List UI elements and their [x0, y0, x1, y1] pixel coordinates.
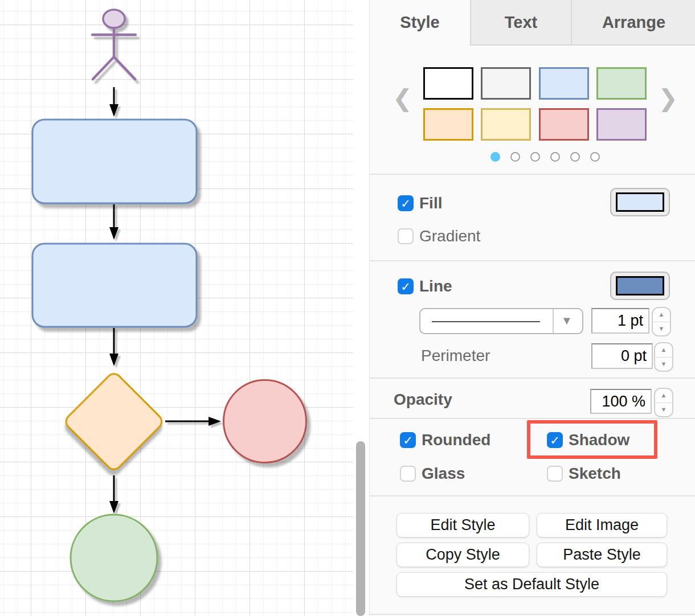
- line-color-button[interactable]: [610, 272, 670, 300]
- line-color-preview: [616, 276, 664, 295]
- sketch-checkbox[interactable]: ✓: [547, 466, 563, 482]
- opacity-input[interactable]: [590, 389, 652, 414]
- vertical-scrollbar[interactable]: [356, 441, 365, 616]
- tab-text[interactable]: Text: [470, 0, 571, 46]
- rounded-checkbox[interactable]: ✓: [400, 432, 416, 448]
- glass-label: Glass: [422, 465, 465, 483]
- line-width-input[interactable]: [591, 308, 649, 334]
- carousel-pager: [490, 152, 600, 162]
- tab-style[interactable]: Style: [370, 0, 470, 46]
- style-swatch-orange[interactable]: [423, 108, 473, 141]
- divider: [370, 418, 695, 419]
- perimeter-stepper: ▲ ▼: [654, 342, 673, 372]
- perimeter-input[interactable]: [591, 343, 653, 369]
- pager-dot[interactable]: [510, 152, 520, 162]
- style-swatch-red[interactable]: [539, 108, 589, 141]
- fill-color-preview: [616, 192, 664, 212]
- pager-dot-active[interactable]: [490, 152, 500, 162]
- line-checkbox[interactable]: ✓: [398, 278, 414, 294]
- style-swatch-blue[interactable]: [539, 67, 589, 100]
- divider: [370, 495, 695, 496]
- stepper-down-icon[interactable]: ▼: [655, 403, 672, 417]
- style-swatch-yellow[interactable]: [481, 108, 531, 141]
- gradient-checkbox[interactable]: ✓: [398, 228, 414, 244]
- stepper-up-icon[interactable]: ▲: [653, 308, 670, 322]
- divider: [370, 174, 695, 175]
- paste-style-button[interactable]: Paste Style: [537, 543, 667, 567]
- style-swatch-white[interactable]: [423, 67, 473, 100]
- copy-style-button[interactable]: Copy Style: [396, 543, 529, 567]
- opacity-label: Opacity: [394, 391, 452, 409]
- divider: [370, 614, 695, 615]
- end-circle-red[interactable]: [224, 380, 306, 463]
- checkmark-icon: ✓: [401, 433, 415, 447]
- diagram-canvas[interactable]: [0, 0, 369, 616]
- stepper-down-icon[interactable]: ▼: [655, 358, 672, 371]
- sketch-label: Sketch: [569, 465, 621, 483]
- chevron-right-icon[interactable]: ❯: [658, 87, 678, 110]
- checkmark-icon: ✓: [548, 433, 562, 447]
- pager-dot[interactable]: [570, 152, 580, 162]
- chevron-left-icon[interactable]: ❮: [393, 87, 412, 110]
- shadow-checkbox[interactable]: ✓: [547, 432, 563, 448]
- style-swatch-green[interactable]: [596, 67, 647, 100]
- dropdown-arrow-icon: ▼: [561, 314, 573, 327]
- format-tabs: Style Text Arrange: [370, 0, 695, 46]
- fill-color-button[interactable]: [610, 188, 670, 216]
- pager-dot[interactable]: [530, 152, 540, 162]
- line-style-preview: [432, 321, 540, 322]
- set-default-style-button[interactable]: Set as Default Style: [396, 572, 667, 597]
- actor-head: [103, 10, 125, 28]
- edit-image-button[interactable]: Edit Image: [537, 513, 667, 537]
- end-circle-green[interactable]: [71, 515, 157, 601]
- opacity-stepper: ▲ ▼: [654, 388, 673, 417]
- fill-checkbox[interactable]: ✓: [398, 195, 414, 211]
- pager-dot[interactable]: [590, 152, 600, 162]
- checkmark-icon: ✓: [399, 196, 412, 211]
- stepper-down-icon[interactable]: ▼: [653, 322, 670, 336]
- process-rect-1[interactable]: [32, 120, 197, 203]
- stepper-up-icon[interactable]: ▲: [655, 343, 672, 358]
- shadow-label: Shadow: [569, 431, 629, 449]
- perimeter-label: Perimeter: [421, 347, 490, 365]
- divider: [370, 260, 695, 261]
- actor-shape[interactable]: [92, 10, 136, 79]
- stepper-up-icon[interactable]: ▲: [655, 389, 672, 403]
- checkmark-icon: ✓: [399, 280, 412, 294]
- style-swatch-purple[interactable]: [596, 108, 647, 141]
- fill-label: Fill: [419, 194, 442, 212]
- process-rect-2[interactable]: [32, 244, 197, 327]
- glass-checkbox[interactable]: ✓: [400, 466, 416, 482]
- style-swatch-gray[interactable]: [481, 67, 531, 100]
- rounded-label: Rounded: [422, 431, 490, 449]
- diagram-layer: [0, 0, 369, 616]
- format-panel: Style Text Arrange ❮ ❯ ✓ Fill ✓ Gradient…: [369, 0, 695, 616]
- line-label: Line: [419, 277, 452, 295]
- decision-diamond[interactable]: [63, 371, 165, 472]
- gradient-label: Gradient: [419, 227, 480, 245]
- dropdown-separator: [553, 309, 554, 333]
- divider: [370, 377, 695, 379]
- line-style-dropdown[interactable]: ▼: [419, 308, 583, 334]
- tab-arrange[interactable]: Arrange: [571, 0, 695, 46]
- line-width-stepper: ▲ ▼: [652, 307, 671, 336]
- pager-dot[interactable]: [550, 152, 560, 162]
- edit-style-button[interactable]: Edit Style: [396, 513, 529, 537]
